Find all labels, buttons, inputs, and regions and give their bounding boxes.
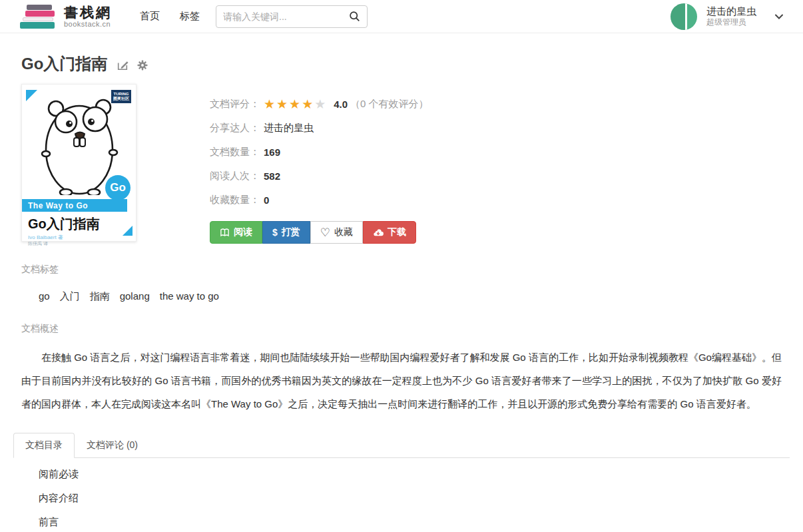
toc-item[interactable]: 前言 [39, 510, 782, 532]
tag-item[interactable]: 入门 [60, 290, 80, 303]
page-title: Go入门指南 [21, 53, 107, 75]
site-title: 書栈網 [64, 5, 112, 20]
user-role: 超级管理员 [706, 17, 756, 28]
cloud-download-icon [373, 228, 384, 237]
reward-button[interactable]: $ 打赏 [262, 221, 310, 244]
tag-item[interactable]: 指南 [90, 290, 110, 303]
user-name: 进击的皇虫 [706, 5, 756, 17]
dollar-icon: $ [272, 227, 278, 238]
star-icon[interactable]: ★ [302, 98, 314, 111]
search-icon[interactable] [349, 11, 360, 22]
stat-doc-count: 文档数量： 169 [210, 140, 429, 164]
site-logo[interactable]: 書栈網 bookstack.cn [19, 4, 112, 29]
heart-icon: ♡ [320, 226, 330, 240]
content-tabs: 文档目录 文档评论 (0) [13, 433, 790, 458]
tab-comments[interactable]: 文档评论 (0) [75, 433, 150, 458]
rating-label: 文档评分： [210, 98, 260, 111]
overview-text: 在接触 Go 语言之后，对这门编程语言非常着迷，期间也陆陆续续开始一些帮助国内编… [21, 346, 782, 415]
tab-toc[interactable]: 文档目录 [13, 433, 75, 458]
user-menu[interactable]: 进击的皇虫 超级管理员 [670, 3, 784, 30]
edit-icon[interactable] [117, 59, 129, 71]
toc-list: 阅前必读 内容介绍 前言 第1章：Go 语言的起源，发展与普及 第2章：安装与运… [21, 462, 782, 532]
stat-fav-count: 收藏数量： 0 [210, 188, 429, 212]
toc-item[interactable]: 阅前必读 [39, 462, 782, 486]
chevron-down-icon[interactable] [774, 11, 784, 22]
book-cover[interactable]: TURING 图灵社区 [21, 84, 136, 242]
tags-heading: 文档标签 [21, 264, 782, 276]
bookstack-logo-icon [19, 4, 57, 29]
star-icon[interactable]: ★ [276, 98, 289, 111]
overview-heading: 文档概述 [21, 323, 782, 335]
top-header: 書栈網 bookstack.cn 首页 标签 进击的皇虫 超级管理员 [0, 0, 803, 33]
rating-count: （0 个有效评分） [350, 98, 429, 111]
stat-rating: 文档评分： ★ ★ ★ ★ ★ 4.0 （0 个有效评分） [210, 92, 429, 116]
star-icon[interactable]: ★ [314, 98, 327, 111]
favorite-button[interactable]: ♡ 收藏 [310, 221, 363, 244]
cover-corner-triangle [26, 90, 37, 101]
share-author[interactable]: 进击的皇虫 [264, 122, 314, 134]
book-icon [220, 228, 230, 238]
cover-series-banner: The Way to Go [22, 199, 127, 212]
star-icon[interactable]: ★ [264, 98, 276, 111]
nav-item-home[interactable]: 首页 [140, 10, 160, 23]
stat-author: 分享达人： 进击的皇虫 [210, 116, 429, 140]
tag-list: go 入门 指南 golang the way to go [21, 290, 782, 303]
site-domain: bookstack.cn [64, 20, 112, 28]
rating-stars[interactable]: ★ ★ ★ ★ ★ [264, 98, 327, 111]
action-buttons: 阅读 $ 打赏 ♡ 收藏 下载 [210, 221, 416, 244]
cover-translator: 陈佳禹 译 [28, 240, 48, 247]
go-logo-circle: Go [105, 175, 131, 200]
star-icon[interactable]: ★ [289, 98, 302, 111]
main-nav: 首页 标签 [140, 10, 200, 23]
cover-corner-triangle-bottom [123, 226, 133, 236]
read-button[interactable]: 阅读 [210, 221, 262, 244]
toc-item[interactable]: 内容介绍 [39, 486, 782, 510]
download-button[interactable]: 下载 [363, 221, 416, 244]
gear-icon[interactable] [136, 59, 148, 71]
cover-title: Go入门指南 [28, 215, 100, 233]
search-input[interactable] [223, 11, 349, 22]
search-box [216, 5, 368, 28]
tag-item[interactable]: go [39, 290, 50, 303]
avatar[interactable] [670, 3, 697, 30]
nav-item-tags[interactable]: 标签 [180, 10, 200, 23]
tag-item[interactable]: the way to go [160, 290, 219, 303]
stat-read-count: 阅读人次： 582 [210, 164, 429, 188]
rating-value: 4.0 [334, 99, 348, 110]
tag-item[interactable]: golang [120, 290, 150, 303]
